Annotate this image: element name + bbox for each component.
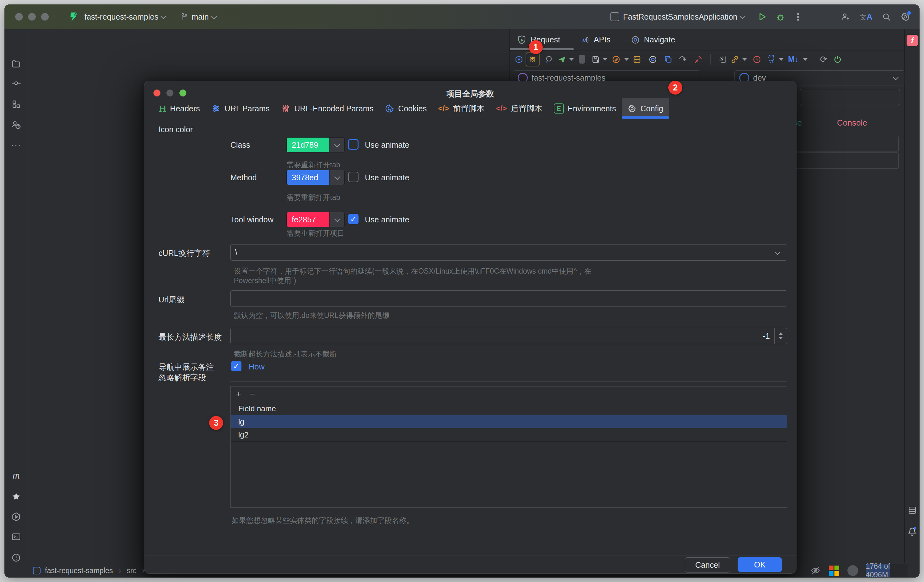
curl-hint-line2: Powershell中使用`) xyxy=(234,276,296,285)
refresh-icon[interactable]: ⟳ xyxy=(817,54,831,64)
minimize-window-button[interactable] xyxy=(28,13,36,21)
domain-stack-icon[interactable] xyxy=(629,55,645,64)
tool-window-use-animate-checkbox[interactable]: ✓ xyxy=(348,214,358,224)
link-icon[interactable] xyxy=(729,55,741,64)
table-row[interactable]: ig2 xyxy=(231,428,787,442)
github-dropdown-arrow[interactable] xyxy=(779,58,784,61)
method-color-combobox[interactable]: 3978ed xyxy=(286,170,345,185)
bookmarks-star-icon[interactable] xyxy=(11,491,21,502)
breadcrumb-src[interactable]: src xyxy=(127,567,136,575)
send-icon[interactable] xyxy=(557,55,568,64)
tab-cookies[interactable]: Cookies xyxy=(379,98,432,119)
search-icon[interactable] xyxy=(542,55,557,64)
project-switcher[interactable]: fast-request-samples xyxy=(84,12,158,21)
more-tool-windows-icon[interactable]: ··· xyxy=(11,140,21,150)
history-clock-icon[interactable] xyxy=(749,55,765,64)
tool-window-hint: 需要重新打开项目 xyxy=(286,228,345,238)
tab-pre-script[interactable]: </> 前置脚本 xyxy=(432,98,490,119)
tab-console[interactable]: Console xyxy=(837,118,867,128)
maven-icon[interactable]: m xyxy=(11,470,21,480)
run-configuration-selector[interactable]: FastRequestSamplesApplication xyxy=(623,12,737,21)
tab-url-encoded-params[interactable]: URL-Encoded Params xyxy=(275,98,379,119)
app-window: fast-request-samples main FastRequestSam… xyxy=(5,5,919,577)
tab-apis[interactable]: APIs xyxy=(580,29,610,50)
code-with-me-icon[interactable] xyxy=(841,12,850,21)
search-everywhere-icon[interactable] xyxy=(882,12,891,21)
table-row[interactable]: ig xyxy=(231,415,787,428)
memory-indicator[interactable]: 1764 of 4096M xyxy=(866,564,908,577)
tab-post-script[interactable]: </> 后置脚本 xyxy=(490,98,548,119)
method-use-animate-checkbox[interactable] xyxy=(348,172,358,182)
copy-icon[interactable] xyxy=(660,55,676,64)
settings-gear-icon[interactable] xyxy=(901,12,910,21)
class-color-combobox[interactable]: 21d789 xyxy=(286,137,345,152)
send-dropdown-arrow[interactable] xyxy=(569,58,574,61)
tab-url-params[interactable]: URL Params xyxy=(206,98,275,119)
problems-icon[interactable] xyxy=(11,552,21,563)
import-icon[interactable] xyxy=(715,55,729,64)
debug-button[interactable] xyxy=(776,12,785,21)
terminal-icon[interactable] xyxy=(11,532,21,542)
class-use-animate-checkbox[interactable] xyxy=(348,139,358,150)
ok-button[interactable]: OK xyxy=(738,557,782,572)
translate-icon[interactable]: 文A xyxy=(860,12,873,22)
nav-note-checkbox[interactable]: ✓ xyxy=(231,361,241,371)
toolwindow-config-icon[interactable] xyxy=(526,53,540,66)
services-icon[interactable] xyxy=(11,512,21,522)
tab-navigate-label: Navigate xyxy=(644,35,675,44)
class-label: Class xyxy=(230,140,250,150)
spinner-buttons[interactable] xyxy=(774,328,787,344)
cancel-button[interactable]: Cancel xyxy=(685,557,730,572)
undo-icon[interactable]: ↷ xyxy=(676,54,690,65)
markdown-export-icon[interactable]: M↓ xyxy=(785,55,801,64)
tab-config[interactable]: Config xyxy=(622,98,669,119)
how-link[interactable]: How xyxy=(249,362,264,371)
spinner-up-icon xyxy=(779,333,783,335)
zoom-window-button[interactable] xyxy=(41,13,49,21)
github-cat-icon[interactable] xyxy=(765,55,777,64)
save-icon[interactable] xyxy=(590,55,601,64)
database-icon[interactable] xyxy=(907,505,917,515)
status-circle-icon[interactable] xyxy=(847,565,858,576)
edit-dropdown-arrow[interactable] xyxy=(624,58,629,61)
fast-request-toolwindow-icon[interactable]: f xyxy=(907,35,918,46)
microsoft-logo-icon[interactable] xyxy=(829,566,839,576)
project-folder-icon[interactable] xyxy=(11,59,21,69)
curl-newline-combobox[interactable]: \ xyxy=(230,244,787,260)
edit-circle-icon[interactable] xyxy=(610,55,622,64)
max-desc-value: -1 xyxy=(763,331,770,341)
markdown-dropdown-arrow[interactable] xyxy=(803,58,808,61)
breadcrumb-project[interactable]: fast-request-samples xyxy=(45,567,113,575)
url-input[interactable] xyxy=(800,89,900,106)
structure-icon[interactable] xyxy=(11,99,21,109)
add-row-button[interactable]: + xyxy=(236,389,241,399)
settings-icon[interactable] xyxy=(512,55,526,64)
tab-navigate[interactable]: Navigate xyxy=(631,29,675,50)
link-dropdown-arrow[interactable] xyxy=(742,58,747,61)
more-actions-kebab-icon[interactable]: ⋮ xyxy=(793,12,803,23)
curl-newline-value: \ xyxy=(235,248,237,257)
tool-window-color-combobox[interactable]: fe2857 xyxy=(286,212,345,227)
connect-power-icon[interactable] xyxy=(831,55,845,64)
close-window-button[interactable] xyxy=(15,13,23,21)
save-dropdown-arrow[interactable] xyxy=(603,58,607,61)
run-button[interactable] xyxy=(757,12,767,21)
remove-row-button[interactable]: − xyxy=(250,389,255,399)
table-toolbar: + − xyxy=(231,386,787,402)
ignored-fields-table: + − Field name ig ig2 xyxy=(230,386,787,508)
chevron-down-icon xyxy=(329,212,344,227)
notifications-bell-icon[interactable] xyxy=(907,526,917,536)
max-desc-spinner-input[interactable]: -1 xyxy=(230,328,787,344)
tab-environments[interactable]: E Environments xyxy=(548,98,622,119)
record-icon[interactable] xyxy=(645,55,660,64)
annotation-badge-2: 2 xyxy=(668,81,682,95)
branch-switcher[interactable]: main xyxy=(191,12,208,21)
power-save-icon[interactable] xyxy=(810,566,820,576)
commit-icon[interactable] xyxy=(11,78,21,88)
pull-requests-icon[interactable]: ? xyxy=(11,120,21,130)
url-suffix-input[interactable] xyxy=(230,290,787,307)
tab-headers[interactable]: H Headers xyxy=(153,98,206,119)
method-color-swatch: 3978ed xyxy=(287,170,329,185)
nav-note-label: 导航中展示备注 xyxy=(158,362,214,372)
clean-icon[interactable] xyxy=(690,55,706,64)
